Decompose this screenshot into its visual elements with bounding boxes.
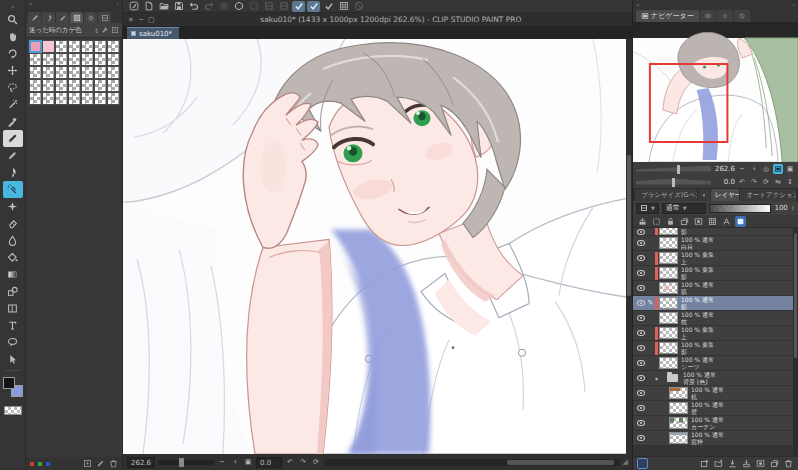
opacity-stepper-icon[interactable]: ↕ [791, 205, 795, 211]
color-swatch[interactable] [68, 79, 81, 92]
folder-expand-icon[interactable]: ▾ [655, 375, 663, 382]
tab-sub-tool-3[interactable] [56, 12, 69, 23]
command-button[interactable] [142, 1, 155, 12]
layer-type-combo[interactable]: ▼ [636, 203, 659, 214]
layer-row[interactable]: 100 % 通常 壁 [633, 401, 798, 416]
color-swatch[interactable] [81, 79, 94, 92]
color-swatch[interactable] [107, 40, 120, 53]
color-swatch[interactable] [94, 66, 107, 79]
color-swatch[interactable] [68, 53, 81, 66]
nav-fit-screen-button[interactable] [773, 164, 783, 174]
tab-brush-size[interactable]: ブラシサイズ(Gペン) [635, 189, 697, 201]
blend-mode-combo[interactable]: 通常 ▼ [662, 203, 706, 214]
tool-button[interactable] [3, 215, 23, 232]
tool-button[interactable] [3, 79, 23, 96]
tab-color-wheel[interactable] [84, 12, 97, 23]
zoom-in-button[interactable]: ＋ [230, 457, 240, 467]
tool-button[interactable] [3, 28, 23, 45]
nav-zoom-out-button[interactable]: − [737, 164, 747, 174]
layer-row[interactable]: 100 % 通常 窓枠 [633, 431, 798, 446]
layer-visibility-toggle[interactable] [635, 285, 646, 291]
command-button[interactable] [172, 1, 185, 12]
layer-row[interactable]: 100 % 通常 肌 [633, 281, 798, 296]
zoom-reset-button[interactable]: ▣ [243, 457, 253, 467]
layer-footer-button[interactable] [755, 458, 766, 469]
zoom-value[interactable]: 262.6 [127, 457, 155, 468]
layer-row[interactable]: 100 % 通常 カーテン [633, 416, 798, 431]
nav-flip-horizontal-button[interactable]: ⇋ [773, 177, 783, 187]
tab-navigator[interactable]: ナビゲーター [636, 10, 699, 22]
command-button[interactable] [232, 1, 245, 12]
command-button[interactable] [322, 1, 335, 12]
collapse-icon[interactable]: « [29, 0, 33, 9]
color-swatch[interactable] [94, 53, 107, 66]
color-swatch[interactable] [29, 92, 42, 105]
layer-row[interactable]: 100 % 通常 白目 [633, 236, 798, 251]
tab-auto-action[interactable]: オートアクション [740, 189, 796, 201]
layer-visibility-toggle[interactable] [635, 315, 646, 321]
nav-actual-size-button[interactable]: ◎ [761, 164, 771, 174]
tool-button[interactable] [3, 232, 23, 249]
layer-visibility-toggle[interactable] [635, 255, 646, 261]
navigator-rotate-value[interactable]: 0.0 [713, 178, 735, 186]
layer-row[interactable]: 100 % 通常 枕 [633, 311, 798, 326]
layer-footer-button[interactable] [727, 458, 738, 469]
edit-set-icon[interactable] [96, 459, 105, 468]
color-swatch[interactable] [42, 92, 55, 105]
color-swatch[interactable] [81, 40, 94, 53]
layer-thumbnail[interactable] [659, 282, 678, 294]
tool-button[interactable] [3, 62, 23, 79]
layer-thumbnail[interactable] [659, 252, 678, 264]
nav-rotate-right-button[interactable]: ↷ [749, 177, 759, 187]
color-swatch[interactable] [55, 40, 68, 53]
canvas-horizontal-scrollbar[interactable] [324, 459, 620, 466]
main-color-chip[interactable] [3, 377, 15, 389]
layer-visibility-toggle[interactable] [635, 360, 646, 366]
layer-visibility-toggle[interactable] [635, 420, 646, 426]
layer-thumbnail[interactable] [659, 297, 678, 309]
command-button[interactable] [187, 1, 200, 12]
expand-icon[interactable]: › [117, 0, 119, 9]
color-swatch[interactable] [81, 66, 94, 79]
command-button[interactable] [157, 1, 170, 12]
nav-rotate-reset-button[interactable]: ⟳ [761, 177, 771, 187]
resize-grip-icon[interactable]: ◢ [623, 458, 628, 466]
tab-item-bank[interactable] [717, 10, 733, 22]
color-swatch[interactable] [94, 40, 107, 53]
layer-visibility-toggle[interactable] [635, 375, 646, 381]
wrench-icon[interactable] [101, 26, 109, 34]
layer-opacity-value[interactable]: 100 [774, 204, 787, 212]
transparent-color-chip[interactable] [4, 406, 22, 415]
tool-button[interactable] [3, 45, 23, 62]
layer-footer-button[interactable] [699, 458, 710, 469]
command-button[interactable] [247, 1, 260, 12]
layer-command-button[interactable] [707, 216, 718, 227]
tool-button[interactable] [3, 113, 23, 130]
rotate-reset-button[interactable]: ⟳ [311, 457, 321, 467]
color-swatch[interactable] [94, 79, 107, 92]
command-button[interactable] [262, 1, 275, 12]
layer-thumbnail[interactable] [669, 402, 688, 414]
navigator-preview[interactable] [633, 22, 798, 162]
command-button[interactable] [307, 1, 320, 12]
layer-visibility-toggle[interactable] [635, 405, 646, 411]
canvas-vertical-scrollbar[interactable] [626, 39, 632, 454]
tool-button[interactable] [3, 249, 23, 266]
layer-command-button[interactable] [735, 216, 746, 227]
layer-row[interactable]: 100 % 通常 机 [633, 386, 798, 401]
layer-list-scrollbar[interactable] [793, 228, 798, 456]
layer-row[interactable]: 100 % 通常 シーツ [633, 356, 798, 371]
layer-visibility-toggle[interactable] [635, 300, 646, 306]
layer-footer-button[interactable] [783, 458, 794, 469]
layer-row[interactable]: 100 % 乗算 影 [633, 228, 798, 236]
layer-thumbnail[interactable] [669, 432, 688, 444]
rotation-value[interactable]: 0.0 [256, 457, 282, 468]
delete-swatch-icon[interactable] [109, 459, 118, 468]
tool-button[interactable] [3, 334, 23, 351]
tool-button[interactable] [3, 283, 23, 300]
zoom-slider[interactable] [158, 460, 214, 465]
nav-rotate-left-button[interactable]: ↶ [737, 177, 747, 187]
import-set-icon[interactable] [83, 459, 92, 468]
layer-row[interactable]: 100 % 乗算 影 [633, 341, 798, 356]
layer-footer-button[interactable] [741, 458, 752, 469]
